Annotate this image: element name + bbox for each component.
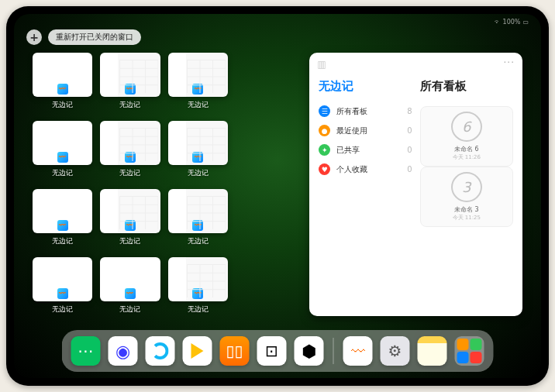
- battery-text: 100%: [503, 19, 521, 26]
- panel-sidebar: 无边记 ☰所有看板8●最近使用0✦已共享0♥个人收藏0: [319, 60, 412, 308]
- sidebar-item-1[interactable]: ●最近使用0: [319, 121, 412, 140]
- window-label: 无边记: [52, 236, 73, 246]
- board-date: 今天 11:25: [453, 214, 481, 222]
- window-thumbnail[interactable]: 无边记: [100, 189, 160, 248]
- sidebar-item-icon: ●: [319, 125, 330, 136]
- dock-app-notes[interactable]: [418, 336, 447, 366]
- window-thumbnail[interactable]: 无边记: [168, 53, 228, 112]
- window-label: 无边记: [119, 168, 140, 178]
- dock-separator: [333, 338, 334, 364]
- sidebar-icon: ▥: [317, 59, 326, 70]
- more-icon[interactable]: ···: [504, 57, 515, 68]
- window-thumbnail[interactable]: 无边记: [33, 53, 92, 112]
- sidebar-item-3[interactable]: ♥个人收藏0: [319, 160, 412, 179]
- screen: ᯤ 100% ▭ + 重新打开已关闭的窗口 无边记无边记无边记无边记无边记无边记…: [14, 14, 541, 378]
- board-date: 今天 11:26: [453, 153, 481, 161]
- wifi-icon: ᯤ: [495, 19, 501, 26]
- freeform-app-icon: [192, 220, 203, 231]
- freeform-app-icon: [57, 152, 68, 163]
- freeform-preview-panel[interactable]: ▥ ··· 无边记 ☰所有看板8●最近使用0✦已共享0♥个人收藏0 所有看板 6…: [309, 53, 522, 316]
- window-thumbnail[interactable]: 无边记: [100, 53, 160, 112]
- board-name: 未命名 3: [454, 205, 479, 214]
- sidebar-item-icon: ☰: [319, 105, 330, 117]
- freeform-app-icon: [125, 288, 136, 299]
- window-label: 无边记: [119, 304, 140, 315]
- window-label: 无边记: [188, 236, 209, 246]
- sidebar-item-count: 0: [407, 165, 412, 174]
- ipad-frame: ᯤ 100% ▭ + 重新打开已关闭的窗口 无边记无边记无边记无边记无边记无边记…: [6, 6, 549, 386]
- status-bar: ᯤ 100% ▭: [495, 19, 529, 26]
- freeform-app-icon: [57, 288, 68, 299]
- dock-app-hex[interactable]: ⬢: [295, 336, 324, 366]
- freeform-app-icon: [125, 84, 136, 95]
- freeform-app-icon: [192, 84, 203, 95]
- panel-content: 所有看板 6未命名 6今天 11:263未命名 3今天 11:25: [420, 60, 513, 308]
- reopen-closed-window-button[interactable]: 重新打开已关闭的窗口: [48, 29, 141, 45]
- freeform-app-icon: [192, 288, 203, 299]
- top-bar: + 重新打开已关闭的窗口: [26, 29, 141, 45]
- dock-app-freeform[interactable]: [343, 336, 373, 366]
- board-card[interactable]: 3未命名 3今天 11:25: [420, 167, 513, 227]
- dock-app-moon[interactable]: ◉: [109, 336, 138, 366]
- sidebar-item-count: 0: [407, 126, 412, 135]
- freeform-app-icon: [125, 152, 136, 163]
- mission-control: 无边记无边记无边记无边记无边记无边记无边记无边记无边记无边记无边记无边记 ▥ ·…: [33, 53, 522, 316]
- window-thumbnail-grid: 无边记无边记无边记无边记无边记无边记无边记无边记无边记无边记无边记无边记: [33, 53, 295, 316]
- window-label: 无边记: [119, 100, 140, 110]
- section-title: 所有看板: [420, 79, 513, 94]
- window-label: 无边记: [188, 100, 209, 110]
- sidebar-item-2[interactable]: ✦已共享0: [319, 140, 412, 160]
- sidebar-item-count: 8: [407, 107, 412, 115]
- window-label: 无边记: [52, 304, 73, 315]
- window-label: 无边记: [52, 168, 73, 178]
- window-label: 无边记: [188, 168, 209, 178]
- window-label: 无边记: [52, 100, 73, 110]
- sidebar-item-label: 最近使用: [336, 126, 367, 136]
- dock-app-qq[interactable]: [146, 336, 175, 366]
- dock-app-wechat[interactable]: ⋯: [71, 336, 101, 366]
- new-window-button[interactable]: +: [26, 29, 42, 45]
- sidebar-item-label: 已共享: [336, 145, 360, 156]
- dock-app-settings[interactable]: ⚙: [381, 336, 410, 366]
- window-thumbnail[interactable]: 无边记: [33, 189, 92, 248]
- plus-icon: +: [29, 31, 39, 43]
- window-label: 无边记: [188, 304, 209, 315]
- dock-app-play[interactable]: [183, 336, 212, 366]
- window-label: 无边记: [119, 236, 140, 246]
- dock: ⋯◉▯▯⊡⬢ ⚙: [62, 330, 494, 372]
- dock-app-books[interactable]: ▯▯: [220, 336, 250, 366]
- board-name: 未命名 6: [454, 145, 479, 153]
- window-thumbnail[interactable]: 无边记: [168, 257, 228, 316]
- app-title: 无边记: [319, 79, 412, 94]
- sidebar-item-label: 个人收藏: [336, 164, 367, 175]
- window-thumbnail[interactable]: 无边记: [33, 257, 92, 316]
- window-thumbnail[interactable]: 无边记: [168, 121, 228, 180]
- freeform-app-icon: [57, 84, 68, 95]
- battery-icon: ▭: [522, 19, 529, 26]
- sidebar-item-icon: ✦: [319, 144, 330, 156]
- window-thumbnail[interactable]: 无边记: [100, 121, 160, 180]
- sidebar-item-count: 0: [407, 146, 412, 154]
- freeform-app-icon: [125, 220, 136, 231]
- freeform-app-icon: [57, 220, 68, 231]
- board-preview-icon: 6: [451, 112, 482, 142]
- window-thumbnail[interactable]: 无边记: [100, 257, 160, 316]
- freeform-app-icon: [192, 152, 203, 163]
- board-preview-icon: 3: [451, 172, 482, 202]
- sidebar-item-0[interactable]: ☰所有看板8: [319, 101, 412, 121]
- dock-app-square[interactable]: ⊡: [257, 336, 287, 366]
- window-thumbnail[interactable]: 无边记: [33, 121, 92, 180]
- app-library-icon[interactable]: [455, 336, 484, 366]
- sidebar-item-label: 所有看板: [336, 106, 367, 117]
- window-thumbnail[interactable]: 无边记: [168, 189, 228, 248]
- board-card[interactable]: 6未命名 6今天 11:26: [420, 106, 513, 167]
- sidebar-item-icon: ♥: [319, 163, 330, 175]
